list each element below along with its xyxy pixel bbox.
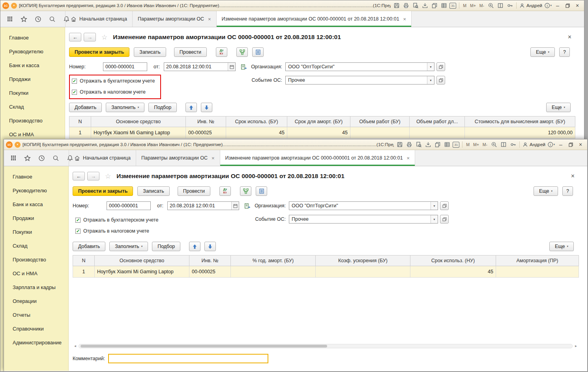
sidebar-item-proizvodstvo[interactable]: Производство [0, 114, 65, 128]
organization-open-button[interactable] [440, 201, 449, 210]
cell-volume-dl[interactable] [410, 127, 465, 139]
save-icon[interactable] [393, 2, 400, 9]
forward-button[interactable]: → [87, 172, 99, 180]
main-menu-icon[interactable]: ▾ [15, 142, 21, 148]
comment-input[interactable] [108, 354, 268, 363]
table-row[interactable]: 1 Ноутбук Xiaomi Mi Gaming Laptop 00-000… [73, 266, 579, 278]
cell-n[interactable]: 1 [73, 266, 95, 278]
sidebar-item-sklad[interactable]: Склад [4, 239, 68, 253]
date-field[interactable] [164, 62, 236, 71]
user-button[interactable]: Андрей [522, 142, 545, 147]
move-row-up-button[interactable] [189, 242, 200, 251]
post-button[interactable]: Провести [174, 47, 207, 57]
tab-close-icon[interactable]: × [212, 155, 215, 161]
move-row-down-button[interactable] [204, 242, 216, 251]
cell-acceleration[interactable] [316, 266, 410, 278]
cell-term-bu[interactable]: 45 [226, 127, 287, 139]
organization-open-button[interactable] [436, 62, 445, 71]
calendar-picker-icon[interactable] [231, 202, 239, 210]
event-open-button[interactable] [440, 215, 449, 224]
cell-amort-pr[interactable] [496, 266, 579, 278]
apps-grid-icon[interactable] [6, 15, 13, 23]
close-button[interactable]: × [573, 2, 581, 9]
table-icon[interactable] [443, 141, 451, 148]
add-row-button[interactable]: Добавить [73, 242, 105, 251]
history-icon[interactable] [34, 15, 42, 23]
sidebar-item-glavnoe[interactable]: Главное [4, 170, 68, 184]
number-input[interactable] [103, 62, 147, 71]
document-links-icon[interactable] [243, 201, 251, 210]
search-icon[interactable] [49, 15, 56, 23]
split-panel-icon[interactable] [496, 2, 504, 9]
maximize-button[interactable] [567, 141, 575, 148]
tab-home[interactable]: Начальная страница [65, 11, 133, 27]
col-term-bu[interactable]: Срок использ. (БУ) [226, 116, 287, 127]
info-icon[interactable]: ▾ [547, 141, 555, 148]
col-volume-bu[interactable]: Объем работ (БУ) [350, 116, 410, 127]
print-icon[interactable] [402, 2, 410, 9]
checkbox-checked-icon[interactable]: ✓ [75, 218, 81, 223]
sidebar-item-glavnoe[interactable]: Главное [0, 31, 65, 45]
fill-button[interactable]: Заполнить▾ [106, 103, 144, 112]
tab-depreciation-params[interactable]: Параметры амортизации ОС × [133, 11, 217, 27]
event-open-button[interactable] [436, 76, 445, 85]
apps-grid-icon[interactable] [9, 154, 17, 162]
sidebar-item-operacii[interactable]: Операции [4, 294, 68, 308]
back-button[interactable]: ← [69, 33, 81, 41]
m-minus-button[interactable]: M- [482, 142, 488, 147]
sidebar-item-pokupki[interactable]: Покупки [0, 86, 65, 100]
sidebar-item-spravochniki[interactable]: Справочники [4, 322, 68, 336]
related-documents-button[interactable] [252, 47, 264, 57]
sidebar-item-bank[interactable]: Банк и касса [4, 197, 68, 211]
move-row-down-button[interactable] [201, 103, 212, 112]
col-asset[interactable]: Основное средство [91, 116, 186, 127]
tab-home[interactable]: Начальная страница [69, 150, 136, 166]
calendar-icon[interactable]: 31 [449, 3, 456, 9]
favorites-star-icon[interactable] [20, 15, 28, 23]
cell-cost[interactable]: 120 000,00 [465, 127, 575, 139]
col-volume-dl[interactable]: Объем работ дл... [410, 116, 465, 127]
favorite-star-icon[interactable]: ☆ [101, 33, 107, 41]
date-input[interactable] [164, 64, 228, 70]
organization-combo[interactable]: ООО "ОптТоргСити"▼ [285, 62, 434, 71]
col-percent-year[interactable]: % год. аморт. (БУ) [231, 256, 316, 266]
zoom-icon[interactable] [490, 141, 498, 148]
scroll-left-icon[interactable]: ◄ [73, 344, 78, 348]
m-plus-button[interactable]: M+ [469, 3, 477, 8]
date-field[interactable] [167, 201, 239, 210]
checkbox-tax[interactable]: ✓ Отражать в налоговом учете [72, 89, 146, 95]
save-button[interactable]: Записать [137, 186, 169, 196]
copy-icon[interactable] [431, 2, 438, 9]
event-combo[interactable]: Прочее▼ [289, 215, 438, 224]
organization-combo[interactable]: ООО "ОптТоргСити"▼ [289, 201, 438, 210]
cell-inv[interactable]: 00-000025 [186, 127, 226, 139]
copy-icon[interactable] [434, 141, 441, 148]
col-asset[interactable]: Основное средство [95, 256, 189, 266]
sidebar-item-prodazhi[interactable]: Продажи [0, 72, 65, 86]
help-button[interactable]: ? [559, 47, 570, 57]
cell-volume-bu[interactable] [350, 127, 410, 139]
related-documents-button[interactable] [256, 186, 267, 196]
horizontal-scrollbar[interactable]: ◄ ► [73, 344, 579, 349]
back-button[interactable]: ← [73, 172, 85, 180]
fill-button[interactable]: Заполнить▾ [109, 242, 148, 251]
sidebar-item-sklad[interactable]: Склад [0, 100, 65, 114]
move-row-up-button[interactable] [185, 103, 197, 112]
save-icon[interactable] [396, 141, 403, 148]
tab-depreciation-params[interactable]: Параметры амортизации ОС × [136, 150, 220, 166]
cell-inv[interactable]: 00-000025 [189, 266, 231, 278]
dtkt-button[interactable]: ДтКт [216, 47, 227, 57]
col-amort-pr[interactable]: Амортизация (ПР) [496, 256, 579, 266]
checkbox-accounting[interactable]: ✓ Отражать в бухгалтерском учете [72, 78, 155, 84]
more-button[interactable]: Еще▾ [530, 47, 555, 57]
calendar-icon[interactable]: 31 [453, 142, 459, 148]
sidebar-item-administrirovanie[interactable]: Администрирование [4, 336, 68, 349]
print-preview-icon[interactable] [412, 2, 419, 9]
combo-arrow-icon[interactable]: ▼ [427, 76, 434, 84]
table-icon[interactable] [440, 2, 448, 9]
document-structure-button[interactable] [240, 186, 251, 196]
dtkt-button[interactable]: ДтКт [219, 186, 231, 196]
sidebar-item-bank[interactable]: Банк и касса [0, 58, 65, 72]
tab-close-icon[interactable]: × [407, 155, 410, 161]
sidebar-item-proizvodstvo[interactable]: Производство [4, 253, 68, 267]
